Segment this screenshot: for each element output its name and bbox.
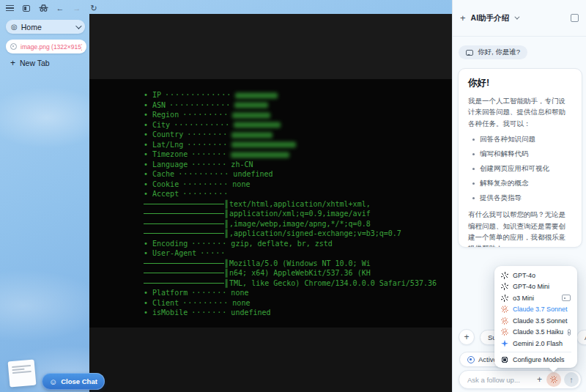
model-menu-item[interactable]: GPT-4o Mini xyxy=(494,281,577,293)
home-icon: ◎ xyxy=(11,23,18,31)
model-menu-item[interactable]: GPT-4o xyxy=(494,270,577,281)
sidebar-item-home[interactable]: ◎ Home xyxy=(6,20,85,34)
gear-icon xyxy=(501,356,508,363)
redacted-value xyxy=(234,103,268,108)
add-suggestion-button[interactable]: + xyxy=(459,329,475,345)
configure-models-item[interactable]: Configure Models xyxy=(494,355,577,366)
model-menu-item[interactable]: o3 Mini xyxy=(494,292,577,304)
terminal-field-label: Country xyxy=(152,130,183,138)
terminal-field-label: Region xyxy=(152,111,179,119)
sidebar-item-image-tab[interactable]: image.png (1322×915) xyxy=(6,40,86,53)
bullet-icon: • xyxy=(144,121,148,129)
active-tab-icon xyxy=(467,356,475,363)
assistant-outro: 有什么我可以帮您的吗？无论是编程问题、知识查询还是需要创建一个简单的应用，我都很… xyxy=(468,209,572,248)
attach-icon[interactable]: + xyxy=(537,374,542,385)
terminal-leader-dots: ····· xyxy=(200,249,226,257)
terminal-field-value: gzip, deflate, br, zstd xyxy=(231,240,332,248)
model-menu-item[interactable]: Claude 3.5 Haiku xyxy=(494,327,577,339)
terminal-field-label: City xyxy=(152,121,170,129)
model-icon xyxy=(501,306,508,313)
user-message: 你好, 你是谁? xyxy=(459,45,527,59)
terminal-line: • City ··········· ║ xyxy=(144,120,437,130)
pipe-icon: ║ xyxy=(224,259,229,267)
continuation-rule xyxy=(144,223,224,224)
terminal-field-label: Encoding xyxy=(152,240,188,248)
model-selector-button[interactable] xyxy=(546,372,561,387)
bullet-icon: • xyxy=(144,160,148,169)
terminal-field-label: ASN xyxy=(152,101,166,109)
terminal-line: • ║ text/html,application/xhtml+xml, xyxy=(144,199,437,210)
model-icon xyxy=(501,328,508,336)
continuation-rule xyxy=(144,283,224,284)
terminal-field-label: Accept xyxy=(152,190,179,198)
browser-toolbar: ← → ↻ xyxy=(4,2,99,14)
bullet-icon: • xyxy=(144,130,148,138)
chevron-down-icon[interactable] xyxy=(514,15,519,20)
vision-badge-icon xyxy=(568,329,571,336)
terminal-field-value: none xyxy=(231,289,248,297)
terminal-leader-dots: ······· xyxy=(191,160,227,169)
terminal-line: • ASN ············ ║ xyxy=(144,100,437,111)
model-label: o3 Mini xyxy=(513,295,534,302)
terminal-leader-dots: ········· xyxy=(182,299,229,307)
pipe-icon: ║ xyxy=(224,269,229,277)
bullet-icon: • xyxy=(144,101,148,109)
chat-input-bar: + ↑ xyxy=(459,370,582,389)
model-menu-item[interactable]: Gemini 2.0 Flash xyxy=(494,338,577,350)
assistant-heading: 你好! xyxy=(468,77,572,89)
assistant-bullet: 回答各种知识问题 xyxy=(471,135,572,144)
panel-toggle-icon[interactable] xyxy=(571,14,579,22)
page-icon xyxy=(10,43,17,50)
redacted-value xyxy=(235,92,278,98)
menu-icon[interactable] xyxy=(4,3,15,13)
terminal-line: • IP ············· ║ xyxy=(144,90,437,100)
close-chat-button[interactable]: ☺ Close Chat xyxy=(42,373,105,390)
bullet-icon: • xyxy=(144,190,148,198)
terminal-wrapped-text: application/xml;q=0.9,image/avif xyxy=(229,210,371,218)
model-label: Claude 3.5 Sonnet xyxy=(513,317,568,325)
redacted-value xyxy=(231,152,289,158)
model-menu-item[interactable]: Claude 3.5 Sonnet xyxy=(494,315,577,327)
bullet-icon: • xyxy=(144,180,148,188)
terminal-wrapped-text: TML, like Gecko) Chrome/134.0.0.0 Safari… xyxy=(229,279,437,287)
send-button[interactable]: ↑ xyxy=(564,372,579,387)
terminal-leader-dots: ······· xyxy=(191,289,227,297)
assistant-message-card: 你好! 我是一个人工智能助手，专门设计来回答问题、提供信息和帮助各种任务。我可以… xyxy=(458,68,582,248)
terminal-leader-dots: ······· xyxy=(191,150,227,158)
new-chat-button[interactable]: + xyxy=(460,12,466,23)
terminal-field-label: Cache xyxy=(152,170,174,178)
terminal-leader-dots: ······· xyxy=(191,240,227,248)
terminal-leader-dots: ············ xyxy=(169,101,231,109)
terminal-line: • isMobile ······· undefined ║ xyxy=(144,308,437,318)
model-icon xyxy=(501,283,508,290)
terminal-wrapped-text: n64; x64) AppleWebKit/537.36 (KH xyxy=(229,269,371,277)
redacted-value xyxy=(232,112,270,118)
terminal-field-label: Language xyxy=(152,160,188,169)
chat-header: + AI助手介绍 xyxy=(453,0,586,37)
image-tab-label: image.png (1322×915) xyxy=(21,43,82,51)
window-icon[interactable] xyxy=(21,3,31,13)
bullet-icon: • xyxy=(144,111,148,119)
pipe-icon: ║ xyxy=(224,279,229,287)
terminal-field-label: Client xyxy=(152,299,179,307)
forward-icon[interactable]: → xyxy=(72,3,82,13)
refresh-icon[interactable]: ↻ xyxy=(89,3,99,13)
model-menu: GPT-4o GPT-4o Mini o3 Mini Claude 3.7 So… xyxy=(494,266,577,368)
terminal-leader-dots: ········· xyxy=(182,190,229,198)
chat-input[interactable] xyxy=(467,376,535,384)
terminal-field-value: undefined xyxy=(231,308,270,317)
terminal-line: • Language ······· zh-CN ║ xyxy=(144,160,437,170)
drag-thumbnail[interactable] xyxy=(8,359,37,387)
pipe-icon: ║ xyxy=(224,200,229,208)
terminal-leader-dots: ········· xyxy=(182,111,229,119)
continuation-rule xyxy=(144,233,224,234)
new-tab-button[interactable]: + New Tab xyxy=(10,58,50,68)
model-menu-item[interactable]: Claude 3.7 Sonnet xyxy=(494,304,577,316)
terminal-line: • Encoding ······· gzip, deflate, br, zs… xyxy=(144,239,437,249)
partial-chip[interactable]: A xyxy=(576,330,586,345)
incognito-icon[interactable] xyxy=(38,3,48,13)
chevron-down-icon[interactable] xyxy=(75,23,81,29)
terminal-line: • Accept ········· ║ xyxy=(144,189,437,199)
configure-models-label: Configure Models xyxy=(513,356,565,363)
back-icon[interactable]: ← xyxy=(55,3,65,13)
